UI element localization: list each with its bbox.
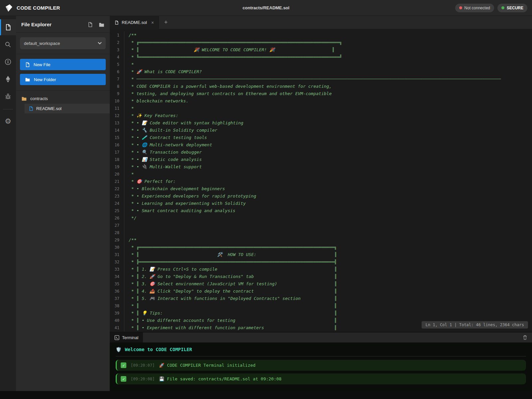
line-number: 2 xyxy=(110,39,124,46)
sidebar-item-deploy[interactable] xyxy=(0,71,16,87)
code-line[interactable]: 13 * • 📝 Code editor with syntax highlig… xyxy=(110,119,532,127)
brand: CODE COMPILER xyxy=(5,4,60,12)
code-line[interactable]: 8 * CODE COMPILER is a powerful web-base… xyxy=(110,83,532,90)
code-line[interactable]: 26 */ xyxy=(110,214,532,222)
file-icon xyxy=(114,20,119,25)
code-line[interactable]: 34 * ║ 2. 🚀 Go to "Deploy & Run Transact… xyxy=(110,273,532,280)
code-line[interactable]: 33 * ║ 1. 📝 Press Ctrl+S to compile ║ xyxy=(110,266,532,273)
code-line[interactable]: 28 xyxy=(110,229,532,236)
editor-column: README.sol × + 1/**2 * ╔════════════════… xyxy=(110,16,532,391)
code-line[interactable]: 19 * • 🔌 Multi-Wallet support xyxy=(110,163,532,171)
code-line[interactable]: 9 * testing, and deploying smart contrac… xyxy=(110,90,532,97)
sidebar-item-compiler[interactable] xyxy=(0,54,16,70)
code-text: * ║ 2. 🚀 Go to "Deploy & Run Transaction… xyxy=(124,273,337,280)
line-number: 36 xyxy=(110,288,124,295)
code-line[interactable]: 29/** xyxy=(110,236,532,244)
line-number: 5 xyxy=(110,61,124,68)
file-explorer-panel: File Explorer default_ xyxy=(16,16,110,391)
code-text xyxy=(124,229,129,236)
code-line[interactable]: 5 * xyxy=(110,61,532,68)
code-line[interactable]: 31 * ║ 🛠️ HOW TO USE: ║ xyxy=(110,251,532,258)
line-number: 27 xyxy=(110,222,124,229)
new-file-button[interactable]: New File xyxy=(20,59,106,70)
code-line[interactable]: 21 * 🎯 Perfect for: xyxy=(110,178,532,185)
close-icon[interactable]: × xyxy=(151,20,154,25)
code-text: * ║ 🛠️ HOW TO USE: ║ xyxy=(124,251,337,258)
code-line[interactable]: 35 * ║ 3. 🎯 Select environment (JavaScri… xyxy=(110,280,532,288)
code-line[interactable]: 15 * • 🧪 Contract testing tools xyxy=(110,134,532,141)
new-tab-button[interactable]: + xyxy=(159,16,173,29)
code-line[interactable]: 25 * • Smart contract auditing and analy… xyxy=(110,207,532,214)
terminal-header: Terminal xyxy=(110,332,532,342)
code-line[interactable]: 17 * • 🔍 Transaction debugger xyxy=(110,149,532,156)
sidebar-item-debugger[interactable] xyxy=(0,88,16,104)
code-line[interactable]: 18 * • 📊 Static code analysis xyxy=(110,156,532,163)
code-text: * ║ 💡 Tips: ║ xyxy=(124,310,337,317)
new-folder-quick-icon[interactable] xyxy=(99,22,104,27)
editor-tab-bar: README.sol × + xyxy=(110,16,532,29)
code-line[interactable]: 14 * • 🔧 Built-in Solidity compiler xyxy=(110,127,532,134)
code-text: * • Learning and experimenting with Soli… xyxy=(124,200,246,207)
code-text: /** xyxy=(124,236,136,244)
sidebar-item-file-explorer[interactable] xyxy=(0,19,16,35)
line-number: 16 xyxy=(110,141,124,149)
compiler-icon xyxy=(4,58,12,66)
code-line[interactable]: 38 * ║ ║ xyxy=(110,302,532,310)
folder-icon xyxy=(25,77,30,82)
app-logo-icon xyxy=(5,4,13,12)
tab-terminal[interactable]: Terminal xyxy=(110,332,143,342)
code-line[interactable]: 1/** xyxy=(110,32,532,39)
tree-item-contracts-folder[interactable]: contracts xyxy=(16,93,110,104)
line-number: 8 xyxy=(110,83,124,90)
new-file-quick-icon[interactable] xyxy=(87,22,93,27)
line-number: 21 xyxy=(110,178,124,185)
line-number: 40 xyxy=(110,317,124,324)
code-text: * ╔═════════════════════════════════════… xyxy=(124,244,337,251)
code-line[interactable]: 24 * • Learning and experimenting with S… xyxy=(110,200,532,207)
code-text: * ║ 4. 📤 Click "Deploy" to deploy the co… xyxy=(124,288,337,295)
line-number: 10 xyxy=(110,97,124,105)
code-line[interactable]: 27 xyxy=(110,222,532,229)
cursor-status-chip: Ln 1, Col 1 | Total: 46 lines, 2364 char… xyxy=(422,321,528,329)
code-line[interactable]: 23 * • Experienced developers for rapid … xyxy=(110,193,532,200)
terminal-output[interactable]: 🛡️ Welcome to CODE COMPILER ✓[09:20:07]🚀… xyxy=(110,342,532,391)
code-line[interactable]: 20 * xyxy=(110,171,532,178)
clear-terminal-button[interactable] xyxy=(523,335,527,340)
code-text: * 🎯 Perfect for: xyxy=(124,178,176,185)
code-line[interactable]: 12 * ✨ Key Features: xyxy=(110,112,532,119)
code-line[interactable]: 10 * blockchain networks. xyxy=(110,97,532,105)
code-line[interactable]: 2 * ╔═══════════════════════════════════… xyxy=(110,39,532,46)
bug-icon xyxy=(5,93,11,100)
terminal-log-row: ✓[09:20:08]💾 File saved: contracts/READM… xyxy=(116,373,526,384)
connection-status-badge[interactable]: Not connected xyxy=(455,4,494,12)
code-line[interactable]: 30 * ╔══════════════════════════════════… xyxy=(110,244,532,251)
code-text: * CODE COMPILER is a powerful web-based … xyxy=(124,83,332,90)
code-line[interactable]: 32 * ╠══════════════════════════════════… xyxy=(110,258,532,266)
line-number: 28 xyxy=(110,229,124,236)
code-line[interactable]: 22 * • Blockchain development beginners xyxy=(110,185,532,193)
code-line[interactable]: 16 * • 🌐 Multi-network deployment xyxy=(110,141,532,149)
code-text: * ║ ║ xyxy=(124,302,337,310)
terminal-divider xyxy=(116,356,526,356)
tree-item-readme-file[interactable]: README.sol xyxy=(25,104,110,113)
code-line[interactable]: 36 * ║ 4. 📤 Click "Deploy" to deploy the… xyxy=(110,288,532,295)
code-line[interactable]: 3 * ║ 🎉 WELCOME TO CODE COMPILER! 🎉 ║ xyxy=(110,46,532,54)
code-line[interactable]: 11 * xyxy=(110,105,532,112)
code-editor[interactable]: 1/**2 * ╔═══════════════════════════════… xyxy=(110,29,532,332)
code-line[interactable]: 7 * ────────────────────────────────────… xyxy=(110,75,532,83)
code-text: * blockchain networks. xyxy=(124,97,189,105)
sidebar-item-settings[interactable]: ⚙ xyxy=(0,113,16,129)
line-number: 13 xyxy=(110,119,124,127)
log-timestamp: [09:20:08] xyxy=(131,377,155,381)
line-number: 9 xyxy=(110,90,124,97)
code-line[interactable]: 37 * ║ 5. 🎮 Interact with functions in "… xyxy=(110,295,532,302)
code-line[interactable]: 39 * ║ 💡 Tips: ║ xyxy=(110,310,532,317)
new-folder-button[interactable]: New Folder xyxy=(20,74,106,85)
workspace-select[interactable]: default_workspace xyxy=(20,37,106,49)
tab-readme[interactable]: README.sol × xyxy=(110,16,159,29)
code-line[interactable]: 4 * ╚═══════════════════════════════════… xyxy=(110,54,532,61)
code-line[interactable]: 6 * 🚀 What is CODE COMPILER? xyxy=(110,68,532,75)
gear-icon: ⚙ xyxy=(5,118,11,125)
sidebar-item-search[interactable] xyxy=(0,37,16,53)
line-number: 12 xyxy=(110,112,124,119)
